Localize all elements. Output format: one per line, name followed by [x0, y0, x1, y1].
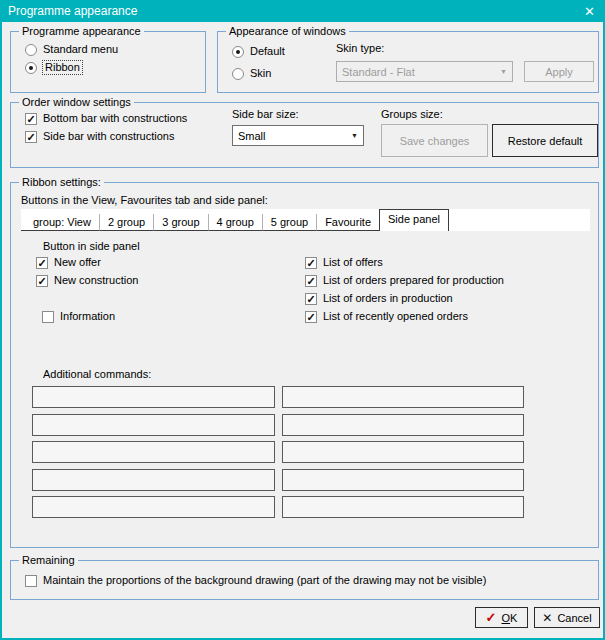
checkbox-label: Bottom bar with constructions [43, 112, 187, 125]
group-title: Appearance of windows [226, 25, 349, 37]
checkbox-list-orders-prepared[interactable]: ✓ List of orders prepared for production [305, 274, 504, 287]
additional-command-field[interactable] [282, 414, 524, 436]
close-icon[interactable]: ✕ [582, 5, 597, 18]
checkbox-list-orders-in-production[interactable]: ✓ List of orders in production [305, 292, 453, 305]
cancel-button[interactable]: ✕ Cancel [534, 607, 600, 628]
additional-command-field[interactable] [282, 469, 524, 491]
checkbox-label: List of orders prepared for production [323, 274, 504, 287]
checkbox-box: ✓ [305, 293, 317, 305]
tab-side-panel[interactable]: Side panel [379, 209, 449, 231]
side-bar-size-select[interactable]: Small ▼ [232, 125, 364, 146]
checkbox-box: ✓ [25, 113, 37, 125]
checkbox-label: Maintain the proportions of the backgrou… [43, 574, 486, 587]
additional-command-field[interactable] [32, 469, 275, 491]
skin-type-value: Standard - Flat [342, 66, 415, 78]
tab-4-group[interactable]: 4 group [208, 214, 262, 231]
checkbox-box: ✓ [305, 311, 317, 323]
tabstrip-filler [449, 214, 590, 231]
group-remaining: Remaining Maintain the proportions of th… [10, 560, 599, 600]
radio-ribbon[interactable]: Ribbon [25, 61, 82, 74]
additional-command-field[interactable] [32, 496, 275, 518]
ok-button[interactable]: ✓ OK [475, 607, 528, 628]
skin-type-select: Standard - Flat ▼ [336, 61, 513, 82]
additional-command-field[interactable] [32, 386, 275, 408]
radio-label: Ribbon [43, 61, 82, 74]
checkbox-list-of-offers[interactable]: ✓ List of offers [305, 256, 383, 269]
checkbox-box: ✓ [36, 275, 48, 287]
additional-commands-label: Additional commands: [43, 368, 151, 380]
radio-label: Skin [250, 67, 271, 80]
group-order-window-settings: Order window settings ✓ Bottom bar with … [10, 102, 599, 168]
radio-standard-menu[interactable]: Standard menu [25, 43, 118, 56]
checkbox-label: Information [60, 310, 115, 323]
checkbox-label: List of orders in production [323, 292, 453, 305]
checkbox-list-recently-opened[interactable]: ✓ List of recently opened orders [305, 310, 468, 323]
checkbox-box [25, 575, 37, 587]
side-bar-size-label: Side bar size: [232, 108, 299, 120]
chevron-down-icon: ▼ [500, 68, 507, 75]
checkbox-side-bar[interactable]: ✓ Side bar with constructions [25, 130, 174, 143]
skin-type-label: Skin type: [336, 42, 384, 54]
window-title: Programme appearance [8, 4, 582, 18]
additional-command-field[interactable] [282, 386, 524, 408]
checkbox-label: List of recently opened orders [323, 310, 468, 323]
additional-command-field[interactable] [32, 441, 275, 463]
ok-button-label: OK [502, 612, 518, 624]
radio-label: Default [250, 45, 285, 58]
group-title: Ribbon settings: [19, 176, 104, 188]
side-bar-size-value: Small [238, 130, 266, 142]
tab-3-group[interactable]: 3 group [153, 214, 207, 231]
checkbox-box: ✓ [25, 131, 37, 143]
restore-default-label: Restore default [508, 135, 583, 147]
titlebar: Programme appearance ✕ [0, 0, 605, 22]
radio-circle [25, 44, 37, 56]
save-changes-button: Save changes [381, 124, 488, 157]
group-programme-appearance: Programme appearance Standard menu Ribbo… [10, 31, 206, 93]
apply-button-label: Apply [545, 66, 573, 78]
group-title: Programme appearance [19, 25, 144, 37]
checkbox-box: ✓ [305, 275, 317, 287]
cancel-button-label: Cancel [557, 612, 591, 624]
checkbox-label: List of offers [323, 256, 383, 269]
radio-circle [25, 62, 37, 74]
tab-5-group[interactable]: 5 group [262, 214, 316, 231]
ribbon-subtitle: Buttons in the View, Favourites tab and … [21, 194, 268, 206]
group-title: Order window settings [19, 96, 134, 108]
checkbox-information[interactable]: Information [42, 310, 115, 323]
x-icon: ✕ [542, 612, 552, 624]
checkbox-label: Side bar with constructions [43, 130, 174, 143]
side-panel-section-label: Button in side panel [43, 240, 140, 252]
tab-group-view[interactable]: group: View [25, 214, 99, 231]
groups-size-label: Groups size: [381, 108, 443, 120]
radio-circle [232, 68, 244, 80]
chevron-down-icon: ▼ [351, 132, 358, 139]
red-check-icon: ✓ [486, 611, 497, 624]
radio-skin[interactable]: Skin [232, 67, 271, 80]
checkbox-maintain-proportions[interactable]: Maintain the proportions of the backgrou… [25, 574, 486, 587]
tab-2-group[interactable]: 2 group [99, 214, 153, 231]
checkbox-label: New construction [54, 274, 138, 287]
additional-command-field[interactable] [32, 414, 275, 436]
additional-command-field[interactable] [282, 441, 524, 463]
apply-button: Apply [524, 61, 594, 82]
group-ribbon-settings: Ribbon settings: Buttons in the View, Fa… [10, 182, 599, 548]
programme-appearance-dialog: Programme appearance ✕ Programme appeara… [0, 0, 605, 640]
checkbox-box: ✓ [36, 257, 48, 269]
checkbox-label: New offer [54, 256, 101, 269]
checkbox-box: ✓ [305, 257, 317, 269]
checkbox-box [42, 311, 54, 323]
group-title: Remaining [19, 554, 78, 566]
checkbox-new-construction[interactable]: ✓ New construction [36, 274, 138, 287]
group-appearance-of-windows: Appearance of windows Default Skin Skin … [217, 31, 599, 93]
tab-favourite[interactable]: Favourite [316, 214, 379, 231]
radio-circle [232, 46, 244, 58]
additional-command-field[interactable] [282, 496, 524, 518]
checkbox-bottom-bar[interactable]: ✓ Bottom bar with constructions [25, 112, 187, 125]
radio-label: Standard menu [43, 43, 118, 56]
checkbox-new-offer[interactable]: ✓ New offer [36, 256, 101, 269]
radio-default[interactable]: Default [232, 45, 285, 58]
save-changes-label: Save changes [400, 135, 470, 147]
ribbon-tabstrip: group: View 2 group 3 group 4 group 5 gr… [21, 209, 590, 231]
restore-default-button[interactable]: Restore default [492, 124, 598, 157]
